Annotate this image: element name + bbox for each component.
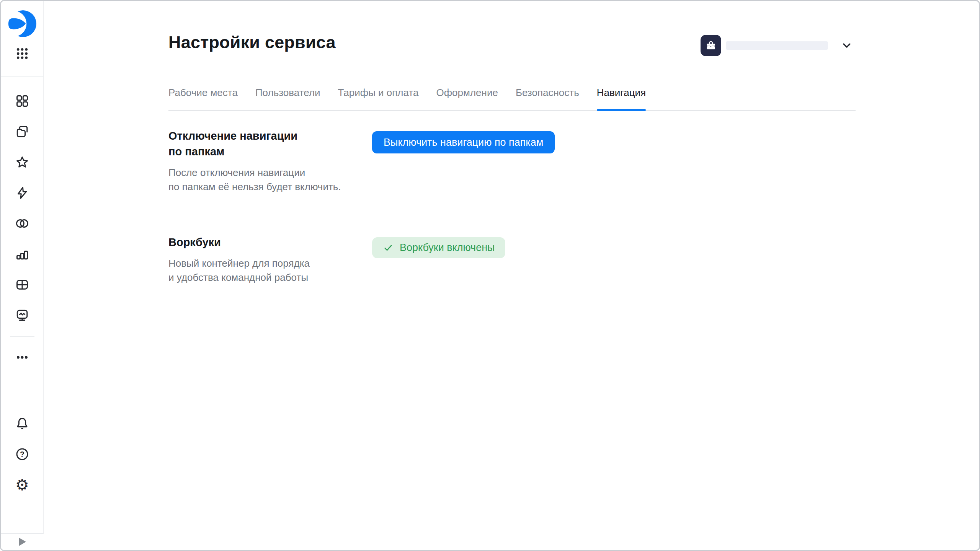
gear-icon[interactable]: ⚙ [11,474,33,496]
star-icon[interactable] [11,152,33,173]
check-icon [383,243,394,253]
collapse-panel-arrow-icon [19,538,26,546]
section-heading: Воркбуки [168,235,348,250]
tab-security[interactable]: Безопасность [516,86,579,110]
section-description: Новый контейнер для порядка и удобства к… [168,256,348,285]
lightning-icon[interactable] [11,182,33,204]
section-heading: Отключение навигации по папкам [168,128,348,160]
page-title: Настройки сервиса [168,33,336,52]
bar-chart-icon[interactable] [11,243,33,265]
chevron-down-icon [840,39,853,52]
tab-workspaces[interactable]: Рабочие места [168,86,238,110]
table-icon[interactable] [11,274,33,295]
settings-tabs: Рабочие места Пользователи Тарифы и опла… [168,86,856,111]
question-glyph: ? [20,450,24,458]
user-menu[interactable] [701,35,853,56]
section-workbooks: Воркбуки Новый контейнер для порядка и у… [168,235,348,285]
sidebar-divider [1,76,44,77]
status-label: Воркбуки включены [400,242,495,254]
sidebar-divider [10,336,34,337]
tab-billing[interactable]: Тарифы и оплата [338,86,419,110]
workbooks-enabled-badge: Воркбуки включены [372,237,505,258]
briefcase-icon [701,35,721,56]
overlapping-circles-icon[interactable] [11,213,33,234]
section-folder-navigation: Отключение навигации по папкам После отк… [168,128,348,194]
tab-appearance[interactable]: Оформление [436,86,498,110]
collapse-panel-button[interactable] [1,533,44,550]
ellipsis-icon[interactable] [11,347,33,368]
apps-grid-icon[interactable] [11,43,33,64]
dashboard-grid-icon[interactable] [11,90,33,112]
monitor-chart-icon[interactable] [11,305,33,326]
datalens-logo[interactable] [8,10,36,38]
user-name-placeholder [726,41,828,50]
folders-icon[interactable] [11,121,33,142]
tab-navigation[interactable]: Навигация [597,86,646,110]
help-icon[interactable]: ? [11,443,33,465]
app-window: ? ⚙ Настройки сервиса [0,0,980,551]
disable-folder-navigation-button[interactable]: Выключить навигацию по папкам [372,131,555,153]
section-description: После отключения навигации по папкам её … [168,166,348,194]
bell-icon[interactable] [11,413,33,434]
tab-users[interactable]: Пользователи [255,86,320,110]
sidebar: ? ⚙ [1,1,44,550]
gear-glyph: ⚙ [15,477,29,492]
